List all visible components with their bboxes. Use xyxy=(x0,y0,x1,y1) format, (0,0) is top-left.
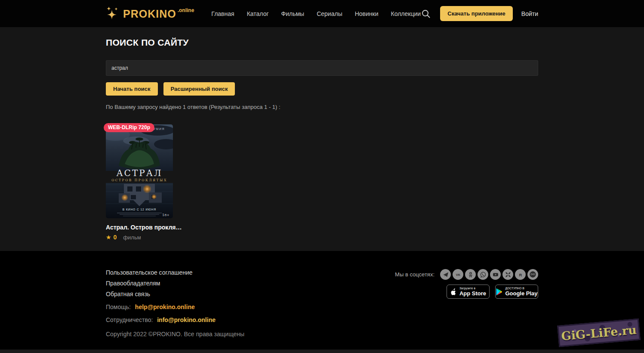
gplay-line2: Google Play xyxy=(505,291,537,296)
svg-text:ОСТРОВ ПРОКЛЯТЫХ: ОСТРОВ ПРОКЛЯТЫХ xyxy=(111,178,167,182)
nav-item-collections[interactable]: Коллекции xyxy=(391,10,421,17)
nav-item-new[interactable]: Новинки xyxy=(355,10,379,17)
help-email-link[interactable]: help@prokino.online xyxy=(135,303,195,310)
svg-text:R: R xyxy=(519,272,522,277)
apple-icon xyxy=(450,288,457,296)
movie-kind: фильм xyxy=(123,234,141,241)
nav-item-catalog[interactable]: Каталог xyxy=(247,10,269,17)
main-nav: Главная Каталог Фильмы Сериалы Новинки К… xyxy=(211,10,421,17)
nav-item-series[interactable]: Сериалы xyxy=(317,10,342,17)
footer-link-rightsholders[interactable]: Правообладателям xyxy=(106,280,244,287)
social-label: Мы в соцсетях: xyxy=(395,271,434,278)
footer-link-terms[interactable]: Пользовательское соглашение xyxy=(106,269,244,276)
footer: Пользовательское соглашение Правообладат… xyxy=(0,251,644,350)
main-content: ПОИСК ПО САЙТУ Начать поиск Расширенный … xyxy=(0,27,644,251)
svg-text:VK: VK xyxy=(456,273,460,277)
star-icon: ★ xyxy=(106,234,111,241)
appstore-line2: App Store xyxy=(459,291,486,296)
download-app-button[interactable]: Скачать приложение xyxy=(440,6,513,21)
footer-link-feedback[interactable]: Обратная связь xyxy=(106,291,244,297)
nav-item-home[interactable]: Главная xyxy=(211,10,234,17)
header: PROKINO .online Главная Каталог Фильмы С… xyxy=(0,0,644,27)
youtube-icon[interactable] xyxy=(490,269,501,280)
search-icon[interactable] xyxy=(421,9,431,19)
svg-text:В КИНО С 12 ИЮНЯ: В КИНО С 12 ИЮНЯ xyxy=(123,208,156,211)
movie-poster[interactable]: ЕЗУМИЯ АСТРАЛ ОСТРОВ ПРОКЛЯТЫХ xyxy=(106,124,173,218)
movie-title[interactable]: Астрал. Остров прокля… xyxy=(106,224,173,231)
zen-icon[interactable] xyxy=(502,269,513,280)
sparkle-icon xyxy=(106,6,120,22)
gig-life-watermark: GiG-LiFe.ru xyxy=(557,319,641,347)
vk-icon[interactable]: VK xyxy=(453,269,463,280)
login-button[interactable]: Войти xyxy=(521,10,538,17)
odnoklassniki-icon[interactable] xyxy=(465,269,476,280)
quality-badge: WEB-DLRip 720p xyxy=(104,123,154,132)
viber-icon[interactable] xyxy=(478,269,488,280)
movie-rating: 0 xyxy=(114,234,117,241)
nav-item-films[interactable]: Фильмы xyxy=(281,10,305,17)
movie-card[interactable]: WEB-DLRip 720p xyxy=(106,124,173,241)
googleplay-badge[interactable]: ДОСТУПНО В Google Play xyxy=(495,285,538,299)
rutube-icon[interactable]: R xyxy=(515,269,526,280)
bottom-strip xyxy=(0,350,644,353)
start-search-button[interactable]: Начать поиск xyxy=(106,82,158,96)
gplay-line1: ДОСТУПНО В xyxy=(505,287,537,290)
site-search-input[interactable] xyxy=(106,60,538,76)
svg-text:АСТРАЛ: АСТРАЛ xyxy=(116,168,162,178)
cooperation-email-link[interactable]: info@prokino.online xyxy=(157,316,216,323)
advanced-search-button[interactable]: Расширенный поиск xyxy=(163,82,235,96)
page-title: ПОИСК ПО САЙТУ xyxy=(106,27,538,48)
help-label: Помощь: xyxy=(106,303,131,310)
cooperation-label: Сотрудничество: xyxy=(106,316,153,323)
results-summary: По Вашему запросу найдено 1 ответов (Рез… xyxy=(106,104,538,110)
logo-text: PROKINO xyxy=(123,6,176,22)
watermark-text: GiG-LiFe.ru xyxy=(561,323,637,343)
copyright-text: Copyright 2022 ©PROKINO. Все права защищ… xyxy=(106,331,244,338)
googleplay-icon xyxy=(496,288,502,296)
svg-text:18+: 18+ xyxy=(162,213,169,217)
telegram-icon[interactable] xyxy=(440,269,451,280)
appstore-line1: Загрузите в xyxy=(459,287,486,290)
appstore-badge[interactable]: Загрузите в App Store xyxy=(447,285,490,299)
logo[interactable]: PROKINO .online xyxy=(106,6,194,22)
social-face-icon[interactable] xyxy=(527,269,538,280)
logo-tld: .online xyxy=(178,7,194,13)
